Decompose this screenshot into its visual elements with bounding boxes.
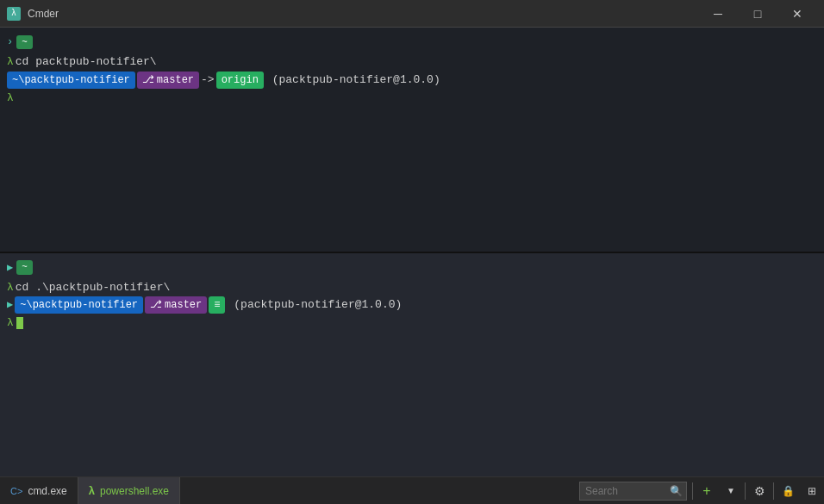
separator-2 <box>745 482 746 500</box>
status-bar-right: 🔍 + ▼ ⚙ 🔒 ⊞ <box>576 477 824 504</box>
top-line-2: ~\packtpub-notifier ⎇ master -> origin (… <box>7 72 817 89</box>
window-controls: ─ □ ✕ <box>698 0 817 28</box>
lock-button[interactable]: 🔒 <box>776 477 800 505</box>
top-git-badge: ⎇ master <box>137 72 199 89</box>
bottom-cmd-1: cd .\packtpub-notifier\ <box>16 279 170 296</box>
minimize-button[interactable]: ─ <box>698 0 738 28</box>
search-box[interactable]: 🔍 <box>579 482 687 501</box>
app-icon: λ <box>7 7 21 21</box>
bottom-pane-tilde: ~ <box>16 260 33 275</box>
top-git-icon: ⎇ <box>142 72 154 88</box>
top-pane-tilde: ~ <box>16 35 33 50</box>
top-path-badge: ~\packtpub-notifier <box>7 72 135 89</box>
top-lambda-1: λ <box>7 53 14 71</box>
top-line-3: λ <box>7 90 817 107</box>
top-pane-arrow: › <box>7 34 13 50</box>
cmd-icon: C> <box>10 486 22 496</box>
bottom-git-branch: master <box>165 297 202 313</box>
top-pane-indicator: › ~ <box>7 34 817 50</box>
separator-3 <box>773 482 774 500</box>
top-git-remote: origin <box>216 72 264 89</box>
search-button[interactable]: 🔍 <box>666 485 686 497</box>
top-terminal-pane[interactable]: › ~ λ cd packtpub-notifier\ ~\packtpub-n… <box>0 28 824 253</box>
new-tab-button[interactable]: + <box>695 477 719 505</box>
bottom-lambda-1: λ <box>7 279 14 296</box>
close-button[interactable]: ✕ <box>777 0 817 28</box>
top-lambda-3: λ <box>7 90 14 107</box>
top-package: (packtpub-notifier@1.0.0) <box>265 72 440 89</box>
cmd-label: cmd.exe <box>28 485 66 497</box>
top-git-arrow: -> <box>201 72 215 89</box>
maximize-button[interactable]: □ <box>738 0 777 28</box>
ps-label: powershell.exe <box>100 485 169 497</box>
tab-powershell[interactable]: λ powershell.exe <box>78 477 180 504</box>
bottom-lambda-3: λ <box>7 314 14 332</box>
bottom-line-3: λ <box>7 314 817 332</box>
bottom-terminal-pane[interactable]: ▶ ~ λ cd .\packtpub-notifier\ ▶ ~\packtp… <box>0 253 824 477</box>
bottom-git-badge: ⎇ master <box>145 296 207 314</box>
separator-1 <box>692 482 693 500</box>
bottom-pane-arrow: ▶ <box>7 260 13 276</box>
top-cmd-1: cd packtpub-notifier\ <box>16 53 157 71</box>
bottom-path-badge: ~\packtpub-notifier <box>15 296 143 314</box>
grid-button[interactable]: ⊞ <box>800 477 824 505</box>
status-bar: C> cmd.exe λ powershell.exe 🔍 + ▼ ⚙ 🔒 ⊞ <box>0 476 824 504</box>
top-line-1: λ cd packtpub-notifier\ <box>7 53 817 71</box>
title-bar-left: λ Cmder <box>7 7 59 21</box>
bottom-line-1: λ cd .\packtpub-notifier\ <box>7 279 817 296</box>
dropdown-button[interactable]: ▼ <box>719 477 743 505</box>
search-input[interactable] <box>580 485 666 497</box>
bottom-prompt-arrow: ▶ <box>7 297 13 313</box>
terminals-container: › ~ λ cd packtpub-notifier\ ~\packtpub-n… <box>0 28 824 476</box>
bottom-package: (packtpub-notifier@1.0.0) <box>227 296 402 314</box>
terminal-cursor <box>16 317 23 329</box>
bottom-pane-indicator: ▶ ~ <box>7 260 817 276</box>
top-git-branch: master <box>157 72 194 88</box>
bottom-git-symbol: ≡ <box>209 296 225 314</box>
window-title: Cmder <box>28 8 59 20</box>
tab-cmd[interactable]: C> cmd.exe <box>0 477 78 504</box>
settings-button[interactable]: ⚙ <box>747 477 771 505</box>
bottom-git-icon: ⎇ <box>150 297 162 313</box>
ps-icon: λ <box>89 484 95 497</box>
bottom-line-2: ▶ ~\packtpub-notifier ⎇ master ≡ (packtp… <box>7 296 817 314</box>
title-bar: λ Cmder ─ □ ✕ <box>0 0 824 28</box>
